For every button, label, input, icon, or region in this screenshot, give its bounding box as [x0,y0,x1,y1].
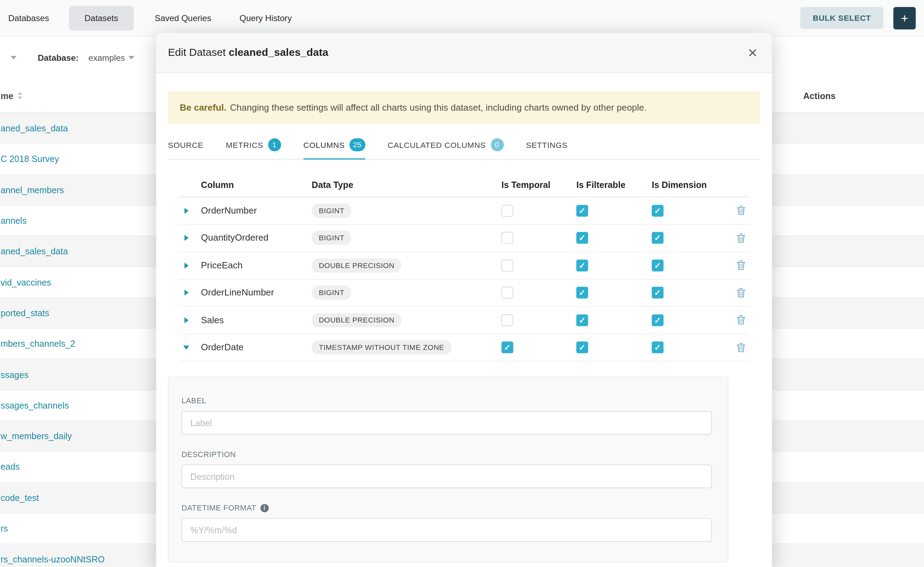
is-filterable-checkbox[interactable] [576,232,588,244]
column-name: OrderLineNumber [194,287,312,298]
column-row: OrderNumber BIGINT [179,197,749,225]
column-name: PriceEach [194,260,312,270]
info-icon[interactable] [260,504,268,512]
dataset-link[interactable]: annel_members [0,185,64,195]
page: Databases Datasets Saved Queries Query H… [0,0,924,567]
is-temporal-checkbox[interactable] [501,287,513,299]
is-temporal-checkbox[interactable] [501,342,513,354]
dataset-link[interactable]: annels [0,215,27,225]
data-type-pill: BIGINT [312,203,352,218]
expand-caret-icon[interactable] [184,262,188,268]
datetime-format-input[interactable] [181,518,712,542]
chevron-down-icon[interactable] [11,56,17,59]
add-dataset-button[interactable]: + [893,7,916,29]
delete-column-icon[interactable] [732,206,749,215]
tab-source[interactable]: SOURCE [168,132,203,159]
is-filterable-checkbox[interactable] [576,205,588,217]
top-nav: Databases Datasets Saved Queries Query H… [0,0,924,36]
is-dimension-checkbox[interactable] [652,232,664,244]
database-filter-value[interactable]: examples [88,53,125,63]
is-dimension-checkbox[interactable] [652,342,664,354]
chevron-down-icon[interactable] [128,56,134,59]
delete-column-icon[interactable] [732,315,749,325]
is-filterable-checkbox[interactable] [576,260,588,272]
is-temporal-checkbox[interactable] [501,260,513,272]
tab-settings[interactable]: SETTINGS [526,132,568,159]
is-dimension-checkbox[interactable] [652,314,664,326]
delete-column-icon[interactable] [732,342,749,352]
column-name: OrderDate [194,342,312,353]
close-icon[interactable]: ✕ [748,46,758,58]
nav-item-datasets[interactable]: Datasets [69,6,134,30]
description-field-label: DESCRIPTION [181,450,712,459]
expand-caret-icon[interactable] [184,290,188,296]
dataset-link[interactable]: ported_stats [0,308,49,318]
column-row: Sales DOUBLE PRECISION [179,307,749,334]
dataset-link[interactable]: rs [0,524,8,533]
is-temporal-checkbox[interactable] [501,314,513,326]
column-name: QuantityOrdered [194,232,312,243]
tab-metrics[interactable]: METRICS 1 [226,132,281,159]
bulk-select-button[interactable]: BULK SELECT [800,7,883,29]
dataset-link[interactable]: vid_vaccines [0,277,51,287]
data-type-pill: BIGINT [312,286,352,300]
is-dimension-header: Is Dimension [645,180,721,189]
is-filterable-checkbox[interactable] [576,287,588,299]
warning-bold: Be careful. [180,103,226,113]
nav-item-saved-queries[interactable]: Saved Queries [141,6,226,30]
description-input[interactable] [181,464,712,488]
metrics-count-badge: 1 [268,138,281,152]
is-filterable-checkbox[interactable] [576,342,588,354]
edit-dataset-modal: Edit Dataset cleaned_sales_data ✕ Be car… [156,33,772,567]
nav-item-databases[interactable]: Databases [8,6,63,30]
is-temporal-checkbox[interactable] [501,205,513,217]
column-row: PriceEach DOUBLE PRECISION [179,252,749,279]
database-filter-label: Database: [38,53,78,63]
label-input[interactable] [181,411,712,435]
is-dimension-checkbox[interactable] [652,260,664,272]
dataset-link[interactable]: ssages [0,370,29,380]
dataset-link[interactable]: w_members_daily [0,431,72,441]
warning-banner: Be careful. Changing these settings will… [168,92,760,124]
dataset-link[interactable]: eads [0,462,20,472]
dataset-link[interactable]: C 2018 Survey [0,154,59,164]
column-row: OrderDate TIMESTAMP WITHOUT TIME ZONE [179,334,749,362]
modal-tabs: SOURCE METRICS 1 COLUMNS 25 CALCULATED C… [168,132,760,159]
name-column-header[interactable]: me [0,91,22,100]
dataset-link[interactable]: ssages_channels [0,400,69,410]
expand-caret-icon[interactable] [184,317,188,323]
warning-text: Changing these settings will affect all … [230,103,647,113]
tab-columns[interactable]: COLUMNS 25 [303,132,365,159]
is-filterable-checkbox[interactable] [576,314,588,326]
sort-icon[interactable] [18,92,22,99]
delete-column-icon[interactable] [732,260,749,270]
column-row: QuantityOrdered BIGINT [179,225,749,252]
column-name: OrderNumber [194,206,312,216]
modal-header: Edit Dataset cleaned_sales_data ✕ [156,33,772,73]
delete-column-icon[interactable] [732,288,749,297]
is-dimension-checkbox[interactable] [652,287,664,299]
dataset-link[interactable]: code_test [0,492,39,502]
dataset-link[interactable]: aned_sales_data [0,246,68,256]
delete-column-icon[interactable] [732,233,749,243]
is-dimension-checkbox[interactable] [652,205,664,217]
tab-calculated-columns[interactable]: CALCULATED COLUMNS 0 [387,132,504,159]
expand-caret-icon[interactable] [184,208,188,214]
data-type-pill: DOUBLE PRECISION [312,313,402,327]
dataset-link[interactable]: mbers_channels_2 [0,339,75,348]
expand-caret-icon[interactable] [184,235,188,241]
collapse-caret-icon[interactable] [183,345,189,350]
datetime-format-field-label: DATETIME FORMAT [181,503,712,512]
dataset-link[interactable]: rs_channels-uzooNNtSRO [0,554,105,564]
nav-item-query-history[interactable]: Query History [226,6,306,30]
column-name: Sales [194,315,312,325]
column-row: OrderLineNumber BIGINT [179,279,749,307]
is-temporal-header: Is Temporal [494,180,569,189]
modal-body: Be careful. Changing these settings will… [156,92,772,562]
dataset-link[interactable]: aned_sales_data [0,123,68,133]
columns-count-badge: 25 [349,138,365,152]
calculated-columns-count-badge: 0 [491,138,504,152]
label-field-label: LABEL [181,396,712,405]
column-detail-panel: LABEL DESCRIPTION DATETIME FORMAT [168,377,728,562]
is-temporal-checkbox[interactable] [501,232,513,244]
